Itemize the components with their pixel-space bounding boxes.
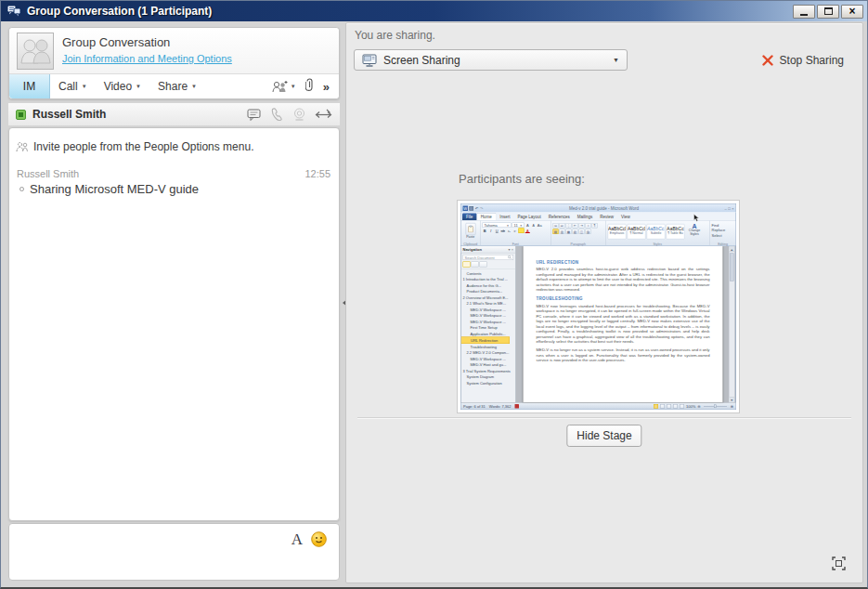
font-name-box: Tahoma▼ [483,223,512,229]
change-styles-button: A Change Styles [687,223,703,240]
word-ribbon-tab: Page Layout [514,214,545,221]
chevron-down-icon: ▼ [291,84,296,89]
participant-row[interactable]: Russell Smith [8,103,340,125]
join-info-link[interactable]: Join Information and Meeting Options [62,53,232,64]
tab-im[interactable]: IM [9,74,50,98]
word-navigation-pane: Navigation▾ × Search Document [461,246,516,403]
im-bubble-icon[interactable] [247,109,262,121]
word-style-chip: AaBbCcD ¶ Normal [628,224,646,240]
nav-close-icon: ▾ × [509,247,513,252]
add-people-icon [272,81,288,93]
stop-x-icon [762,55,773,66]
nav-heading-item: System Configuration [461,380,516,386]
editing-command: Replace [712,229,734,233]
document-paragraph: MED-V is no longer run as a system servi… [537,347,710,363]
hide-stage-button[interactable]: Hide Stage [566,425,641,447]
undo-icon: ↶ [475,206,479,211]
maximize-button[interactable] [817,5,839,19]
message-bullet-icon [19,187,24,191]
sharing-stage-panel: You are sharing. Screen Sharing ▼ Stop S… [345,22,863,583]
word-quick-access-toolbar: W ↶ ↷ [463,205,484,211]
chevron-down-icon: ▼ [613,57,619,63]
word-status-bar: Page: 6 of 31 Words: 7,362 100% ⊖⊕ [460,403,736,411]
nav-heading-item: URL Redirection [461,337,511,345]
font-options-button[interactable]: A [291,531,303,547]
word-document-title: Med-v 2.0 trial guide - Microsoft Word [484,206,725,211]
word-preview-window: W ↶ ↷ Med-v 2.0 trial guide - Microsoft … [460,203,736,410]
video-button[interactable]: Video▼ [96,74,149,98]
document-paragraph: URL REDIRECTION [537,260,710,265]
spellcheck-icon [515,404,520,409]
sharing-status-text: You are sharing. [355,29,435,42]
group-avatar [17,33,54,70]
stage-divider [357,417,851,419]
word-count: Words: 7,362 [489,404,512,409]
paste-button [465,223,475,235]
message-text: Sharing Microsoft MED-V guide [30,182,199,196]
font-size-box: 11▼ [512,223,525,229]
word-ribbon-tab: View [617,214,634,221]
screen-monitor-icon [362,54,377,67]
word-app-icon: W [463,205,469,211]
invite-notice-text: Invite people from the People Options me… [33,140,253,153]
paperclip-icon [305,77,314,92]
close-button[interactable]: × [841,5,863,19]
word-ribbon-tab: Mailings [574,214,597,221]
video-camera-icon[interactable] [292,108,306,121]
conversation-title: Group Conversation [62,35,232,49]
participant-name: Russell Smith [32,108,106,121]
editing-command: Find [712,223,734,228]
document-paragraph: MED-V 2.0 provides seamless host-to-gues… [537,267,710,293]
word-style-chip: AaBbCcD Emphasis [608,224,627,240]
group-silhouette-icon [19,37,51,65]
conversation-app-icon [6,5,21,18]
sharing-mode-label: Screen Sharing [383,54,460,67]
people-options-button[interactable]: ▼ [272,81,296,93]
word-ribbon: Paste Clipboard Tahoma▼ 11▼ AAAa [460,220,736,246]
conversation-toolbar: IM Call▼ Video▼ Share▼ [9,73,339,98]
zoom-level: 100% [686,404,695,409]
font-color-button: A [525,229,531,234]
invite-people-icon [16,141,29,152]
title-bar: Group Conversation (1 Participant) × [1,1,867,21]
word-title-bar: W ↶ ↷ Med-v 2.0 trial guide - Microsoft … [460,203,736,213]
chevron-down-icon: ▼ [136,84,141,89]
phone-icon[interactable] [270,108,284,121]
presence-available-icon [16,110,26,120]
word-ribbon-tab: Review [596,214,617,221]
emoticon-button[interactable] [311,531,327,547]
attach-file-button[interactable] [305,77,314,96]
word-ribbon-tab: Home [476,213,496,220]
document-paragraph: TROUBLESHOOTING [537,296,710,301]
conversation-header-card: Group Conversation Join Information and … [8,27,340,99]
stop-sharing-label: Stop Sharing [780,54,844,67]
message-sender: Russell Smith [17,168,79,179]
message-history: Invite people from the People Options me… [8,127,340,521]
stage-caption: Participants are seeing: [459,172,585,186]
word-ribbon-tab: References [545,214,574,221]
sharing-mode-dropdown[interactable]: Screen Sharing ▼ [354,49,628,71]
call-button[interactable]: Call▼ [50,74,96,98]
search-icon [508,255,512,259]
share-button[interactable]: Share▼ [149,74,205,98]
word-window-controls: –□× [725,206,734,211]
fullscreen-icon[interactable] [832,556,846,570]
nav-search-box: Search Document [463,255,514,260]
word-style-chip: AaBbCc. Subtitle [647,224,666,240]
group-conversation-window: Group Conversation (1 Participant) × Gro… [0,0,868,589]
more-options-button[interactable]: » [323,80,330,94]
sharing-preview: W ↶ ↷ Med-v 2.0 trial guide - Microsoft … [457,200,740,413]
word-ribbon-tab: File [462,214,476,221]
window-title: Group Conversation (1 Participant) [27,5,212,18]
chevron-down-icon: ▼ [82,84,87,89]
word-style-chip: AaBbCc ¶ Table Bu [667,224,685,240]
page-indicator: Page: 6 of 31 [463,404,486,409]
minimize-button[interactable] [793,5,815,19]
document-paragraph: MED-V now leverages standard host-based … [537,304,710,345]
message-input[interactable]: A [8,523,340,581]
editing-command: Select [712,233,734,238]
stop-sharing-button[interactable]: Stop Sharing [762,49,844,71]
nav-tab-pages [472,262,479,268]
save-icon [470,206,474,211]
sharing-arrows-icon[interactable] [315,109,332,121]
